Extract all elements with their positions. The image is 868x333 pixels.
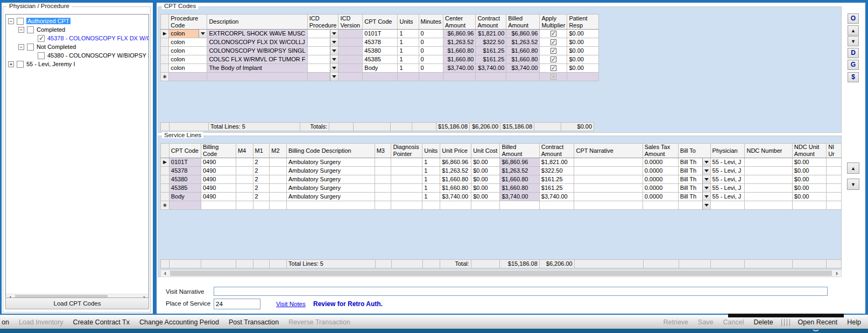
dropdown-arrow-icon[interactable]: [330, 64, 338, 72]
toolbar-item-delete[interactable]: Delete: [749, 318, 778, 326]
column-header[interactable]: M2: [270, 144, 287, 158]
column-header[interactable]: Billed Amount: [500, 144, 539, 158]
dropdown-arrow-icon[interactable]: [330, 47, 338, 55]
column-header[interactable]: Minutes: [419, 15, 443, 30]
column-header[interactable]: CPT Code: [169, 144, 201, 158]
column-header[interactable]: Description: [207, 15, 307, 30]
row-selector[interactable]: [161, 167, 170, 175]
dropdown-arrow-icon[interactable]: [330, 30, 338, 38]
checkbox[interactable]: [38, 52, 45, 59]
toolbar-item-create-contract-tx[interactable]: Create Contract Tx: [68, 318, 135, 326]
tree-item[interactable]: −Not Completed: [6, 42, 149, 51]
tree-item[interactable]: 45378 - COLONOSCOPY FLX DX W/COLLJ: [6, 34, 149, 42]
dropdown-arrow-icon[interactable]: [702, 175, 710, 183]
column-header[interactable]: Patient Resp: [567, 15, 599, 30]
dropdown-arrow-icon[interactable]: [702, 167, 710, 175]
new-row-selector[interactable]: ∗: [161, 73, 169, 81]
column-header[interactable]: ICD Procedure: [307, 15, 338, 30]
column-header[interactable]: [161, 144, 170, 158]
cpt_codes-table[interactable]: Procedure CodeDescriptionICD ProcedureIC…: [160, 14, 599, 81]
column-header[interactable]: Contract Amount: [476, 15, 506, 30]
column-header[interactable]: Diagnosis Pointer: [391, 144, 422, 158]
new-row-selector[interactable]: ∗: [161, 201, 170, 210]
checkbox[interactable]: [27, 44, 34, 51]
checkbox[interactable]: [551, 39, 556, 45]
collapse-icon[interactable]: −: [8, 18, 14, 24]
column-header[interactable]: Contract Amount: [539, 144, 574, 158]
column-header[interactable]: Billing Code: [201, 144, 236, 158]
dropdown-arrow-icon[interactable]: [330, 55, 338, 63]
column-header[interactable]: NI Ur: [827, 144, 842, 158]
column-header[interactable]: NDC Number: [745, 144, 792, 158]
checkbox[interactable]: [38, 35, 45, 42]
row-selector[interactable]: ▶: [161, 158, 170, 167]
row-selector[interactable]: [161, 47, 169, 55]
dollar-button[interactable]: $: [848, 72, 859, 82]
tree-item[interactable]: +55 - Levi, Jeremy I: [6, 60, 149, 68]
checkbox[interactable]: [17, 61, 24, 68]
tree-item-label[interactable]: 45378 - COLONOSCOPY FLX DX W/COLLJ: [47, 35, 149, 41]
service-move-up-button[interactable]: ▲: [847, 162, 859, 174]
toolbar-item-on[interactable]: on: [0, 318, 14, 326]
column-header[interactable]: NDC Unit Amount: [792, 144, 826, 158]
scrollbar-thumb[interactable]: [170, 271, 832, 276]
tree-item-label[interactable]: Not Completed: [37, 44, 76, 50]
tree-item[interactable]: −Authorized CPT: [6, 17, 149, 25]
toolbar-item-help[interactable]: Help: [842, 318, 866, 326]
column-header[interactable]: Physician: [710, 144, 745, 158]
column-header[interactable]: M3: [375, 144, 391, 158]
visit-notes-link[interactable]: Visit Notes: [276, 301, 306, 307]
service-lines-horizontal-scrollbar[interactable]: ‹ ›: [160, 270, 842, 277]
collapse-icon[interactable]: −: [18, 27, 24, 33]
row-selector[interactable]: [161, 175, 170, 184]
column-header[interactable]: Billed Amount: [506, 15, 540, 30]
tree-item-label[interactable]: 55 - Levi, Jeremy I: [26, 61, 75, 67]
expand-icon[interactable]: +: [8, 61, 14, 67]
dropdown-arrow-icon[interactable]: [330, 73, 338, 81]
scroll-left-icon[interactable]: ‹: [161, 270, 170, 277]
dropdown-arrow-icon[interactable]: [702, 158, 710, 166]
dropdown-arrow-icon[interactable]: [199, 30, 207, 38]
dropdown-arrow-icon[interactable]: [702, 193, 710, 201]
checkbox[interactable]: [17, 18, 24, 25]
column-header[interactable]: Bill To: [678, 144, 710, 158]
move-down-button[interactable]: ▼: [848, 36, 859, 46]
toolbar-item-post-transaction[interactable]: Post Transaction: [224, 318, 284, 326]
cpt-tree[interactable]: ‹ › −Authorized CPT−Completed45378 - COL…: [5, 14, 149, 302]
column-header[interactable]: Billing Code Description: [286, 144, 375, 158]
row-selector[interactable]: [161, 193, 170, 201]
visit-narrative-input[interactable]: [214, 287, 828, 296]
column-header[interactable]: M1: [253, 144, 270, 158]
toolbar-item-change-accounting-period[interactable]: Change Accounting Period: [135, 318, 224, 326]
checkbox[interactable]: [551, 31, 556, 37]
dropdown-arrow-icon[interactable]: [330, 38, 338, 46]
dropdown-arrow-icon[interactable]: [702, 184, 710, 192]
toolbar-item-open-recent[interactable]: Open Recent: [793, 318, 843, 326]
checkbox[interactable]: [551, 65, 556, 71]
service-move-down-button[interactable]: ▼: [847, 179, 859, 190]
service_lines-table[interactable]: CPT CodeBilling CodeM4M1M2Billing Code D…: [160, 143, 842, 210]
column-header[interactable]: Unit Cost: [471, 144, 500, 158]
column-header[interactable]: Unit Price: [440, 144, 471, 158]
o-button[interactable]: O: [848, 13, 859, 24]
g-button[interactable]: G: [848, 60, 859, 70]
column-header[interactable]: Center Amount: [443, 15, 476, 30]
service-lines-grid[interactable]: CPT CodeBilling CodeM4M1M2Billing Code D…: [160, 143, 842, 211]
column-header[interactable]: Apply Multiplier: [540, 15, 567, 30]
column-header[interactable]: Procedure Code: [169, 15, 207, 30]
column-header[interactable]: Units: [422, 144, 440, 158]
column-header[interactable]: CPT Code: [363, 15, 398, 30]
row-selector[interactable]: [161, 184, 170, 193]
column-header[interactable]: Units: [398, 15, 419, 30]
collapse-icon[interactable]: −: [18, 44, 24, 50]
checkbox[interactable]: [551, 48, 556, 54]
row-selector[interactable]: ▶: [161, 30, 169, 38]
column-header[interactable]: M4: [236, 144, 253, 158]
column-header[interactable]: CPT Narrative: [574, 144, 643, 158]
tree-item-label[interactable]: Completed: [37, 26, 65, 33]
tree-item[interactable]: −Completed: [6, 25, 149, 34]
scroll-right-icon[interactable]: ›: [832, 270, 841, 277]
move-up-button[interactable]: ▲: [848, 25, 859, 36]
tree-item[interactable]: 45380 - COLONOSCOPY W/BIOPSY SINGL: [6, 51, 149, 60]
dropdown-arrow-icon[interactable]: [702, 201, 710, 209]
